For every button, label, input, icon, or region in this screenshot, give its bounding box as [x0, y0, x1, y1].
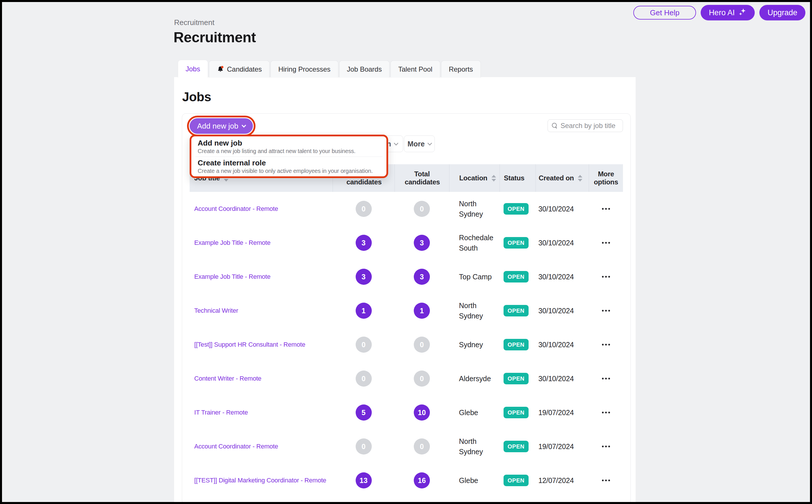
candidate-count-badge: 10	[414, 404, 430, 421]
status-badge: OPEN	[504, 203, 529, 215]
jobs-section-heading: Jobs	[182, 90, 636, 104]
more-options-button[interactable]	[599, 307, 613, 314]
created-on-date: 30/10/2024	[538, 307, 574, 315]
new-candidates-cell: 13	[333, 472, 394, 488]
new-candidates-cell: 1	[333, 303, 394, 319]
chevron-down-icon	[428, 141, 432, 145]
job-title-cell: Example Job Title - Remote	[190, 273, 333, 280]
breadcrumb[interactable]: Recruitment	[174, 18, 214, 27]
hero-ai-button[interactable]: Hero AI	[701, 5, 755, 20]
job-title-link[interactable]: Technical Writer	[194, 307, 238, 314]
status-cell: OPEN	[500, 271, 535, 282]
menu-item-create-internal-role[interactable]: Create internal role Create a new job vi…	[198, 159, 380, 175]
status-badge: OPEN	[504, 271, 529, 282]
more-options-cell	[589, 205, 623, 213]
new-candidates-cell: 0	[333, 371, 394, 387]
more-options-button[interactable]	[599, 375, 613, 382]
sort-arrows-icon	[578, 175, 582, 182]
location-cell: North Sydney	[449, 198, 500, 219]
created-on-cell: 19/07/2024	[535, 442, 589, 451]
tab-label: Hiring Processes	[278, 65, 330, 73]
column-header-label: Total candidates	[405, 170, 439, 186]
total-candidates-cell: 10	[394, 404, 449, 421]
tab-hiring-processes[interactable]: Hiring Processes	[270, 60, 338, 78]
created-on-date: 12/07/2024	[538, 476, 574, 485]
more-options-button[interactable]	[599, 477, 613, 484]
menu-item-description: Create a new job visible to only active …	[198, 167, 380, 175]
add-new-job-button[interactable]: Add new job	[190, 118, 253, 134]
created-on-date: 19/07/2024	[538, 408, 574, 417]
column-header-created-on[interactable]: Created on	[535, 164, 589, 192]
total-candidates-cell: 0	[394, 438, 449, 455]
job-title-link[interactable]: Example Job Title - Remote	[194, 239, 270, 247]
get-help-button[interactable]: Get Help	[633, 6, 696, 20]
status-badge: OPEN	[504, 237, 529, 249]
menu-item-description: Create a new job listing and attract new…	[198, 147, 380, 155]
candidate-count-badge: 3	[356, 269, 372, 285]
tab-jobs[interactable]: Jobs	[178, 60, 208, 78]
status-badge: OPEN	[504, 475, 529, 486]
search-input[interactable]	[561, 122, 619, 130]
search-icon	[552, 123, 558, 129]
column-header-status: Status	[500, 164, 535, 192]
upgrade-button[interactable]: Upgrade	[759, 5, 805, 20]
column-header-total-candidates: Total candidates	[394, 164, 449, 192]
total-candidates-cell: 0	[394, 337, 449, 353]
column-header-label: Created on	[539, 174, 574, 182]
menu-divider	[195, 156, 382, 157]
job-title-cell: Content Writer - Remote	[190, 375, 333, 382]
more-options-button[interactable]	[599, 205, 613, 213]
more-options-button[interactable]	[599, 341, 613, 348]
table-row: Account Coordinator - Remote00North Sydn…	[190, 192, 623, 226]
tab-reports[interactable]: Reports	[441, 60, 481, 78]
tab-talent-pool[interactable]: Talent Pool	[390, 60, 440, 78]
table-row: Example Job Title - Remote33Top CampOPEN…	[190, 260, 623, 294]
job-title-link[interactable]: [[Test]] Support HR Consultant - Remote	[194, 341, 305, 348]
candidate-count-badge: 0	[356, 201, 372, 217]
tab-bar: JobsCandidatesHiring ProcessesJob Boards…	[178, 60, 482, 78]
job-title-link[interactable]: Content Writer - Remote	[194, 375, 261, 382]
job-title-cell: Account Coordinator - Remote	[190, 205, 333, 213]
job-title-link[interactable]: [[TEST]] Digital Marketing Coordinator -…	[194, 477, 326, 484]
screenshot-frame: Get Help Hero AI Upgrade Recruitment Rec…	[0, 0, 812, 504]
created-on-cell: 19/07/2024	[535, 408, 589, 417]
job-title-link[interactable]: Example Job Title - Remote	[194, 273, 270, 280]
hero-ai-label: Hero AI	[709, 8, 735, 17]
location-text: Aldersyde	[459, 373, 491, 384]
more-options-button[interactable]	[599, 273, 613, 280]
location-cell: Glebe	[449, 475, 500, 486]
more-filter-button[interactable]: More	[404, 135, 435, 152]
more-options-cell	[589, 307, 623, 314]
more-options-button[interactable]	[599, 239, 613, 247]
created-on-cell: 30/10/2024	[535, 239, 589, 247]
status-cell: OPEN	[500, 407, 535, 418]
tab-job-boards[interactable]: Job Boards	[339, 60, 390, 78]
created-on-cell: 30/10/2024	[535, 205, 589, 213]
candidate-count-badge: 0	[356, 371, 372, 387]
candidate-count-badge: 3	[414, 235, 430, 251]
table-row: IT Trainer - Remote510GlebeOPEN19/07/202…	[190, 396, 623, 429]
candidate-count-badge: 0	[356, 438, 372, 455]
table-row: Content Writer - Remote00AldersydeOPEN30…	[190, 362, 623, 396]
created-on-date: 30/10/2024	[538, 341, 574, 349]
more-options-button[interactable]	[599, 443, 613, 450]
new-candidates-cell: 3	[333, 269, 394, 285]
location-text: North Sydney	[459, 198, 497, 219]
sparkles-icon	[738, 7, 747, 18]
tab-label: Jobs	[186, 65, 200, 73]
new-candidates-cell: 5	[333, 404, 394, 421]
status-cell: OPEN	[500, 373, 535, 384]
total-candidates-cell: 0	[394, 371, 449, 387]
add-new-job-dropdown: Add new job Create a new job listing and…	[190, 135, 388, 178]
menu-item-add-new-job[interactable]: Add new job Create a new job listing and…	[198, 139, 380, 155]
job-title-link[interactable]: IT Trainer - Remote	[194, 409, 248, 416]
job-title-link[interactable]: Account Coordinator - Remote	[194, 205, 278, 213]
tab-candidates[interactable]: Candidates	[209, 60, 270, 78]
more-options-button[interactable]	[599, 409, 613, 416]
status-cell: OPEN	[500, 475, 535, 486]
column-header-location[interactable]: Location	[449, 164, 500, 192]
tab-label: Candidates	[227, 65, 262, 73]
job-title-link[interactable]: Account Coordinator - Remote	[194, 443, 278, 450]
job-title-cell: [[TEST]] Digital Marketing Coordinator -…	[190, 477, 333, 484]
jobs-card: Add new job n More	[182, 113, 631, 502]
